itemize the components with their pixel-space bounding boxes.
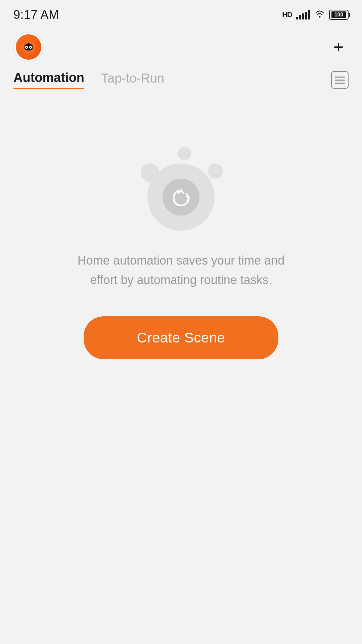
hd-badge: HD — [282, 10, 292, 19]
refresh-icon — [170, 186, 192, 208]
status-bar: 9:17 AM HD 100 — [0, 0, 362, 27]
empty-main-circle — [147, 164, 215, 231]
deco-circle-top — [178, 147, 191, 160]
svg-rect-7 — [27, 50, 30, 51]
tab-navigation: Automation Tap-to-Run — [0, 67, 362, 96]
empty-description: Home automation saves your time and effo… — [63, 251, 299, 289]
svg-point-9 — [28, 42, 29, 43]
empty-state: Home automation saves your time and effo… — [0, 96, 362, 379]
svg-point-5 — [26, 47, 27, 48]
app-header: + — [0, 27, 362, 67]
battery-icon: 100 — [329, 10, 349, 20]
status-icons: HD 100 — [282, 9, 349, 21]
create-scene-button[interactable]: Create Scene — [84, 316, 278, 359]
app-logo — [13, 32, 44, 62]
tab-automation[interactable]: Automation — [13, 71, 84, 89]
list-view-icon[interactable] — [331, 71, 349, 89]
wifi-icon — [314, 9, 325, 21]
plus-icon: + — [333, 38, 344, 56]
battery-level: 100 — [330, 12, 348, 18]
tab-tap-to-run[interactable]: Tap-to-Run — [101, 71, 164, 89]
tab-items: Automation Tap-to-Run — [13, 71, 164, 89]
svg-point-6 — [30, 47, 31, 48]
refresh-icon-container — [163, 179, 199, 216]
robot-logo-icon — [20, 38, 37, 56]
signal-icon — [296, 10, 310, 19]
empty-illustration — [134, 137, 228, 231]
status-time: 9:17 AM — [13, 8, 59, 22]
svg-point-0 — [319, 16, 321, 17]
deco-circle-right — [208, 164, 223, 179]
add-button[interactable]: + — [328, 37, 349, 57]
